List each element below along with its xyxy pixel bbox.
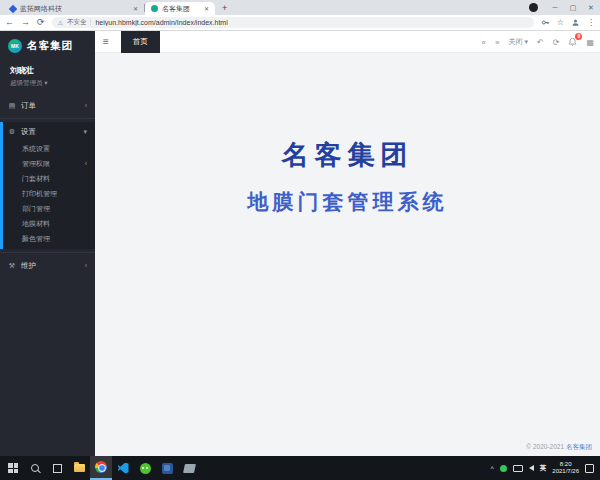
task-view-button[interactable] bbox=[46, 456, 68, 480]
wechat-tray-icon[interactable] bbox=[500, 465, 507, 472]
clock-time: 8:20 bbox=[552, 461, 579, 468]
sidebar-item-color-management[interactable]: 颜色管理 bbox=[0, 231, 95, 246]
taskbar-clock[interactable]: 8:20 2021/7/26 bbox=[552, 461, 579, 475]
notification-bell-icon[interactable]: 0 bbox=[568, 37, 577, 47]
start-button[interactable] bbox=[2, 456, 24, 480]
window-maximize-button[interactable]: ▢ bbox=[564, 0, 582, 15]
caret-down-icon: ▾ bbox=[525, 38, 529, 46]
wechat-icon bbox=[140, 463, 151, 474]
sidebar-item-department-management[interactable]: 部门管理 bbox=[0, 201, 95, 216]
chevron-left-icon: ‹ bbox=[85, 102, 87, 109]
sidebar-item-maintenance[interactable]: ⚒ 维护 ‹ bbox=[0, 256, 95, 275]
main-area: ≡ 首页 « » 关闭▾ ↶ ⟳ 0 ▦ 名客集团 地膜门套管理系统 © 202… bbox=[95, 31, 600, 456]
close-tabs-dropdown[interactable]: 关闭▾ bbox=[509, 37, 529, 47]
window-close-button[interactable]: ✕ bbox=[582, 0, 600, 15]
blue-app-icon bbox=[162, 463, 173, 474]
browser-toolbar: ← → ⟳ ⚠ 不安全 heiyun.hbmkjt.com/admin/Inde… bbox=[0, 15, 600, 31]
windows-logo-icon bbox=[8, 463, 18, 473]
tab-home[interactable]: 首页 bbox=[121, 31, 160, 53]
action-center-icon[interactable] bbox=[585, 464, 594, 473]
scroll-tabs-right-icon[interactable]: » bbox=[495, 38, 499, 47]
caret-down-icon: ▾ bbox=[44, 79, 47, 86]
browser-menu-icon[interactable]: ⋮ bbox=[587, 19, 595, 27]
browser-profile-avatar[interactable] bbox=[529, 3, 538, 12]
chevron-left-icon: ‹ bbox=[85, 262, 87, 269]
browser-tab-inactive[interactable]: 蓝拓网络科技 ✕ bbox=[4, 2, 144, 15]
clock-date: 2021/7/26 bbox=[552, 468, 579, 475]
footer-copyright: © 2020-2021名客集团 bbox=[526, 443, 592, 452]
admin-header: ≡ 首页 « » 关闭▾ ↶ ⟳ 0 ▦ bbox=[95, 31, 600, 53]
hamburger-menu-icon[interactable]: ≡ bbox=[95, 36, 117, 47]
input-language-indicator[interactable]: 英 bbox=[540, 464, 547, 473]
gear-icon: ⚙ bbox=[8, 128, 16, 136]
app-taskbar-button[interactable] bbox=[156, 456, 178, 480]
sidebar-item-ground-film-material[interactable]: 地膜材料 bbox=[0, 216, 95, 231]
address-bar[interactable]: ⚠ 不安全 heiyun.hbmkjt.com/admin/Index/inde… bbox=[52, 17, 534, 28]
tab-close-icon[interactable]: ✕ bbox=[204, 5, 209, 12]
volume-icon[interactable] bbox=[529, 465, 534, 471]
user-role-label: 超级管理员 bbox=[10, 79, 43, 86]
admin-page: MK 名客集团 刘晓壮 超级管理员 ▾ ▤ 订单 ‹ ⚙ 设置 ▾ 系统设置 管… bbox=[0, 31, 600, 456]
show-hidden-icons-button[interactable]: ^ bbox=[491, 465, 494, 472]
sidebar-divider bbox=[0, 252, 95, 253]
window-minimize-button[interactable]: ─ bbox=[546, 0, 564, 15]
not-secure-warning-icon[interactable]: ⚠ bbox=[58, 20, 63, 26]
caret-down-icon: ▾ bbox=[83, 128, 87, 136]
browser-profile-icon[interactable] bbox=[571, 18, 580, 27]
vscode-taskbar-button[interactable] bbox=[112, 456, 134, 480]
orders-icon: ▤ bbox=[8, 102, 16, 110]
chrome-taskbar-button[interactable] bbox=[90, 456, 112, 480]
back-icon[interactable]: ← bbox=[5, 18, 14, 27]
tab-title: 名客集团 bbox=[162, 4, 200, 14]
new-tab-button[interactable]: + bbox=[222, 2, 227, 14]
sidebar-item-settings[interactable]: ⚙ 设置 ▾ bbox=[0, 122, 95, 141]
sidebar-group-settings: ⚙ 设置 ▾ 系统设置 管理权限 ‹ 门套材料 打印机管理 部门管理 地膜材料 bbox=[0, 122, 95, 249]
scroll-tabs-left-icon[interactable]: « bbox=[482, 38, 486, 47]
browser-tab-active[interactable]: 名客集团 ✕ bbox=[145, 2, 215, 15]
sidebar-item-door-cover-material[interactable]: 门套材料 bbox=[0, 171, 95, 186]
chevron-left-icon: ‹ bbox=[85, 160, 87, 167]
sidebar: MK 名客集团 刘晓壮 超级管理员 ▾ ▤ 订单 ‹ ⚙ 设置 ▾ 系统设置 管… bbox=[0, 31, 95, 456]
logo-text: 名客集团 bbox=[27, 39, 73, 53]
refresh-icon[interactable]: ⟳ bbox=[553, 38, 560, 47]
network-display-icon[interactable] bbox=[513, 465, 523, 472]
company-title: 名客集团 bbox=[95, 137, 600, 173]
forward-icon[interactable]: → bbox=[21, 18, 30, 27]
vscode-icon bbox=[118, 463, 129, 474]
gray-app-icon bbox=[183, 464, 196, 473]
wechat-taskbar-button[interactable] bbox=[134, 456, 156, 480]
chrome-icon bbox=[95, 461, 107, 473]
user-name: 刘晓壮 bbox=[10, 65, 85, 76]
tab-close-icon[interactable]: ✕ bbox=[133, 5, 138, 12]
sidebar-item-printer-management[interactable]: 打印机管理 bbox=[0, 186, 95, 201]
undo-icon[interactable]: ↶ bbox=[537, 38, 544, 47]
footer-company-link[interactable]: 名客集团 bbox=[566, 443, 592, 450]
user-block: 刘晓壮 超级管理员 ▾ bbox=[0, 61, 95, 96]
notification-badge: 0 bbox=[575, 33, 582, 40]
folder-icon bbox=[74, 464, 85, 472]
bookmark-star-icon[interactable]: ☆ bbox=[557, 19, 564, 27]
not-secure-label: 不安全 bbox=[67, 18, 87, 27]
browser-tab-strip: 蓝拓网络科技 ✕ 名客集团 ✕ + ─ ▢ ✕ bbox=[0, 0, 600, 15]
task-view-icon bbox=[53, 464, 62, 473]
wrench-icon: ⚒ bbox=[8, 262, 16, 270]
password-key-icon[interactable] bbox=[541, 18, 550, 27]
site-favicon bbox=[9, 4, 17, 12]
search-icon bbox=[31, 464, 39, 472]
taskbar-search-button[interactable] bbox=[24, 456, 46, 480]
sidebar-item-admin-permissions[interactable]: 管理权限 ‹ bbox=[0, 156, 95, 171]
tab-title: 蓝拓网络科技 bbox=[20, 4, 129, 14]
url-text: heiyun.hbmkjt.com/admin/Index/index.html bbox=[95, 19, 227, 26]
user-role-dropdown[interactable]: 超级管理员 ▾ bbox=[10, 79, 85, 88]
sidebar-item-system-settings[interactable]: 系统设置 bbox=[0, 141, 95, 156]
page-content: 名客集团 地膜门套管理系统 © 2020-2021名客集团 bbox=[95, 53, 600, 456]
system-subtitle: 地膜门套管理系统 bbox=[95, 188, 600, 216]
sidebar-item-orders[interactable]: ▤ 订单 ‹ bbox=[0, 96, 95, 115]
file-explorer-button[interactable] bbox=[68, 456, 90, 480]
app-taskbar-button[interactable] bbox=[178, 456, 200, 480]
layout-panel-icon[interactable]: ▦ bbox=[586, 38, 594, 47]
windows-taskbar: ^ 英 8:20 2021/7/26 bbox=[0, 456, 600, 480]
reload-icon[interactable]: ⟳ bbox=[37, 18, 45, 27]
app-logo[interactable]: MK 名客集团 bbox=[0, 31, 95, 61]
system-tray: ^ 英 8:20 2021/7/26 bbox=[491, 461, 600, 475]
